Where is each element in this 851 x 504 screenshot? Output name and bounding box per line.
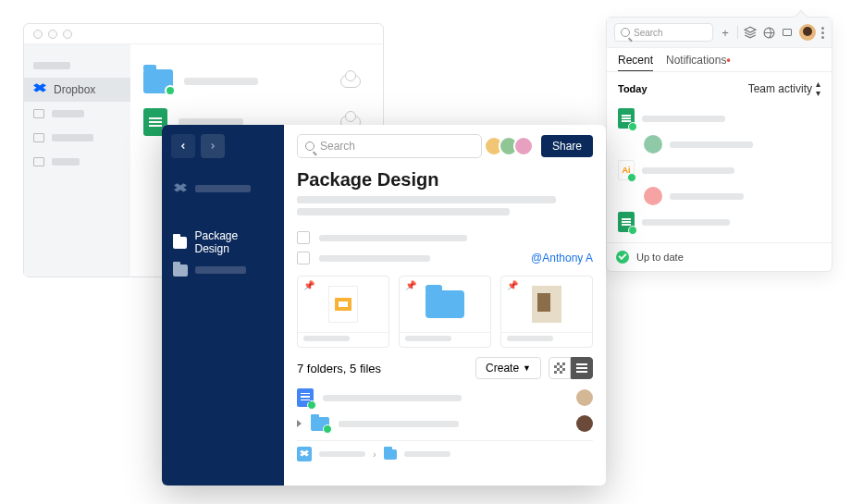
search-icon: [621, 28, 630, 37]
checklist-text-placeholder: [319, 235, 467, 241]
folder-shared-icon: [143, 69, 173, 93]
list-icon: [576, 363, 587, 373]
activity-subitem[interactable]: [618, 131, 820, 157]
finder-sidebar: Dropbox: [24, 44, 130, 277]
sync-ok-badge-icon: [323, 424, 332, 434]
panel-search-input[interactable]: Search: [614, 23, 713, 42]
activity-text-placeholder: [642, 167, 734, 174]
file-name-placeholder: [184, 78, 258, 85]
illustrator-file-icon: Ai: [618, 160, 635, 180]
sync-ok-badge-icon: [165, 85, 176, 96]
globe-icon[interactable]: [762, 26, 775, 39]
nav-forward-button[interactable]: [201, 134, 225, 158]
pinned-card[interactable]: 📌: [399, 276, 491, 348]
cloud-icon[interactable]: [340, 75, 361, 88]
more-icon[interactable]: [821, 27, 824, 39]
pin-icon: 📌: [405, 280, 416, 290]
list-view-button[interactable]: [571, 357, 593, 379]
sort-icon: ▴▾: [816, 80, 820, 98]
user-avatar-icon[interactable]: [799, 24, 816, 41]
checklist-item[interactable]: @Anthony A: [297, 248, 593, 268]
activity-text-placeholder: [670, 193, 744, 200]
checkbox-icon[interactable]: [297, 252, 310, 264]
mention-link[interactable]: @Anthony A: [531, 252, 593, 264]
file-row[interactable]: [143, 61, 370, 102]
sidebar-item-package-design[interactable]: Package Design: [162, 228, 284, 256]
window-icon[interactable]: [781, 26, 794, 39]
tab-recent[interactable]: Recent: [618, 54, 653, 71]
activity-list: Ai: [607, 105, 832, 242]
crumb-placeholder[interactable]: [404, 451, 450, 457]
user-avatar-icon: [576, 389, 593, 406]
activity-item[interactable]: [618, 209, 820, 235]
activity-item[interactable]: Ai: [618, 157, 820, 183]
dropbox-icon[interactable]: [297, 447, 312, 461]
activity-item[interactable]: [618, 105, 820, 131]
breadcrumb-separator-icon: ›: [373, 449, 376, 460]
user-avatar-icon: [513, 136, 534, 156]
divider: [737, 26, 738, 39]
sidebar-item[interactable]: [24, 150, 130, 174]
folder-outline-icon: [33, 109, 44, 118]
sidebar-item[interactable]: [24, 102, 130, 126]
finder-titlebar: [24, 24, 383, 44]
main-topbar: Search Share: [297, 134, 593, 158]
panel-footer: Up to date: [607, 242, 832, 271]
add-icon[interactable]: +: [719, 26, 732, 39]
folder-outline-icon: [33, 133, 44, 142]
folder-outline-icon: [33, 157, 44, 166]
breadcrumb: ›: [297, 440, 593, 461]
checkbox-icon[interactable]: [297, 231, 310, 244]
folder-icon: [426, 290, 464, 318]
main-sidebar: Package Design: [162, 125, 284, 486]
file-row[interactable]: [297, 385, 593, 411]
image-file-icon: [532, 286, 561, 323]
sidebar-item[interactable]: [24, 54, 130, 78]
sidebar-item[interactable]: [162, 256, 284, 284]
docs-file-icon: [297, 388, 314, 407]
sidebar-item-dropbox[interactable]: Dropbox: [24, 78, 130, 102]
page-title: Package Design: [297, 169, 593, 191]
collaborator-avatars[interactable]: [489, 136, 534, 156]
activity-text-placeholder: [642, 219, 730, 226]
nav-back-button[interactable]: [171, 134, 195, 158]
traffic-min-icon[interactable]: [48, 30, 57, 39]
up-to-date-icon: [616, 251, 629, 264]
panel-section-header: Today Team activity ▴▾: [607, 72, 832, 105]
activity-subitem[interactable]: [618, 183, 820, 209]
pinned-cards: 📌 📌 📌: [297, 276, 593, 348]
pinned-card[interactable]: 📌: [500, 276, 593, 348]
svg-rect-1: [783, 30, 792, 36]
search-placeholder: Search: [320, 140, 355, 153]
activity-text-placeholder: [642, 116, 725, 122]
checklist-item[interactable]: [297, 227, 593, 248]
user-avatar-icon: [576, 415, 593, 432]
share-button[interactable]: Share: [541, 135, 593, 157]
grid-view-button[interactable]: [549, 357, 571, 379]
sync-ok-badge-icon: [628, 226, 637, 235]
create-button[interactable]: Create ▼: [475, 357, 541, 379]
sidebar-item[interactable]: [24, 126, 130, 150]
main-search-input[interactable]: Search: [297, 134, 482, 158]
traffic-max-icon[interactable]: [63, 30, 72, 39]
panel-header: Search +: [607, 18, 832, 48]
team-activity-dropdown[interactable]: Team activity ▴▾: [748, 80, 820, 98]
crumb-placeholder[interactable]: [319, 451, 365, 457]
pinned-card[interactable]: 📌: [297, 276, 389, 348]
folder-icon[interactable]: [384, 449, 397, 460]
pin-icon: 📌: [303, 280, 314, 290]
dropbox-icon: [173, 182, 188, 195]
user-avatar-icon: [644, 135, 662, 154]
notification-dot-icon: •: [726, 54, 730, 67]
sidebar-item-dropbox[interactable]: [162, 175, 284, 203]
sheets-file-icon: [618, 212, 635, 232]
stack-icon[interactable]: [744, 26, 757, 39]
expand-triangle-icon[interactable]: [297, 420, 302, 427]
sidebar-item-label: Dropbox: [54, 83, 95, 96]
folder-icon: [173, 264, 188, 277]
traffic-close-icon[interactable]: [33, 30, 43, 39]
description-placeholder: [297, 196, 593, 220]
tab-notifications[interactable]: Notifications•: [666, 54, 731, 71]
folder-summary-row: 7 folders, 5 files Create ▼: [297, 357, 593, 379]
file-row[interactable]: [297, 411, 593, 436]
